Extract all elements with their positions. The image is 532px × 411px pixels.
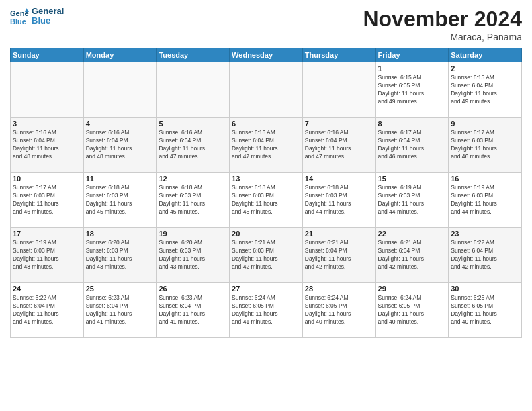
day-number: 9 (451, 120, 519, 128)
calendar-cell: 24Sunrise: 6:22 AM Sunset: 6:04 PM Dayli… (11, 283, 84, 338)
day-info: Sunrise: 6:20 AM Sunset: 6:03 PM Dayligh… (86, 239, 154, 271)
day-number: 22 (378, 230, 447, 238)
week-row-2: 3Sunrise: 6:16 AM Sunset: 6:04 PM Daylig… (11, 118, 522, 173)
day-number: 20 (232, 230, 300, 238)
day-info: Sunrise: 6:15 AM Sunset: 6:05 PM Dayligh… (378, 74, 447, 106)
calendar-cell: 14Sunrise: 6:18 AM Sunset: 6:03 PM Dayli… (302, 173, 375, 228)
logo-line2: Blue (32, 16, 64, 26)
day-info: Sunrise: 6:24 AM Sunset: 6:05 PM Dayligh… (378, 294, 447, 326)
day-number: 15 (378, 175, 447, 183)
day-number: 18 (86, 230, 154, 238)
day-info: Sunrise: 6:16 AM Sunset: 6:04 PM Dayligh… (232, 129, 300, 161)
calendar-cell (11, 62, 84, 118)
day-info: Sunrise: 6:19 AM Sunset: 6:03 PM Dayligh… (451, 184, 519, 216)
day-number: 30 (451, 285, 519, 293)
calendar-cell: 6Sunrise: 6:16 AM Sunset: 6:04 PM Daylig… (230, 118, 303, 173)
day-info: Sunrise: 6:20 AM Sunset: 6:03 PM Dayligh… (159, 239, 227, 271)
day-info: Sunrise: 6:23 AM Sunset: 6:04 PM Dayligh… (86, 294, 154, 326)
day-info: Sunrise: 6:17 AM Sunset: 6:04 PM Dayligh… (378, 129, 447, 161)
calendar-cell: 22Sunrise: 6:21 AM Sunset: 6:04 PM Dayli… (375, 228, 449, 283)
calendar-cell: 1Sunrise: 6:15 AM Sunset: 6:05 PM Daylig… (375, 62, 449, 118)
day-info: Sunrise: 6:24 AM Sunset: 6:05 PM Dayligh… (232, 294, 300, 326)
calendar-cell: 3Sunrise: 6:16 AM Sunset: 6:04 PM Daylig… (11, 118, 84, 173)
calendar-cell (157, 62, 230, 118)
day-info: Sunrise: 6:18 AM Sunset: 6:03 PM Dayligh… (159, 184, 227, 216)
header: General Blue General Blue November 2024 … (10, 7, 522, 42)
calendar-cell: 13Sunrise: 6:18 AM Sunset: 6:03 PM Dayli… (230, 173, 303, 228)
calendar-cell: 17Sunrise: 6:19 AM Sunset: 6:03 PM Dayli… (11, 228, 84, 283)
week-row-1: 1Sunrise: 6:15 AM Sunset: 6:05 PM Daylig… (11, 62, 522, 118)
calendar-cell: 7Sunrise: 6:16 AM Sunset: 6:04 PM Daylig… (302, 118, 375, 173)
day-info: Sunrise: 6:18 AM Sunset: 6:03 PM Dayligh… (232, 184, 300, 216)
logo: General Blue General Blue (10, 7, 64, 26)
day-info: Sunrise: 6:17 AM Sunset: 6:03 PM Dayligh… (451, 129, 519, 161)
calendar-table: SundayMondayTuesdayWednesdayThursdayFrid… (10, 48, 522, 338)
calendar-cell: 15Sunrise: 6:19 AM Sunset: 6:03 PM Dayli… (375, 173, 449, 228)
calendar-cell: 19Sunrise: 6:20 AM Sunset: 6:03 PM Dayli… (157, 228, 230, 283)
calendar-cell: 29Sunrise: 6:24 AM Sunset: 6:05 PM Dayli… (375, 283, 449, 338)
day-number: 8 (378, 120, 447, 128)
day-number: 24 (13, 285, 81, 293)
day-info: Sunrise: 6:19 AM Sunset: 6:03 PM Dayligh… (13, 239, 81, 271)
calendar-cell: 10Sunrise: 6:17 AM Sunset: 6:03 PM Dayli… (11, 173, 84, 228)
calendar-cell: 2Sunrise: 6:15 AM Sunset: 6:04 PM Daylig… (449, 62, 522, 118)
col-header-saturday: Saturday (449, 48, 522, 62)
day-number: 6 (232, 120, 300, 128)
day-number: 19 (159, 230, 227, 238)
calendar-cell (302, 62, 375, 118)
day-number: 2 (451, 64, 519, 73)
day-number: 10 (13, 175, 81, 183)
calendar-cell: 16Sunrise: 6:19 AM Sunset: 6:03 PM Dayli… (449, 173, 522, 228)
location: Maraca, Panama (363, 32, 522, 42)
calendar-cell: 9Sunrise: 6:17 AM Sunset: 6:03 PM Daylig… (449, 118, 522, 173)
calendar-cell: 26Sunrise: 6:23 AM Sunset: 6:04 PM Dayli… (157, 283, 230, 338)
day-info: Sunrise: 6:24 AM Sunset: 6:05 PM Dayligh… (305, 294, 373, 326)
calendar-cell (83, 62, 157, 118)
day-info: Sunrise: 6:23 AM Sunset: 6:04 PM Dayligh… (159, 294, 227, 326)
day-number: 12 (159, 175, 227, 183)
day-info: Sunrise: 6:16 AM Sunset: 6:04 PM Dayligh… (86, 129, 154, 161)
day-number: 29 (378, 285, 447, 293)
day-number: 17 (13, 230, 81, 238)
calendar-cell: 12Sunrise: 6:18 AM Sunset: 6:03 PM Dayli… (157, 173, 230, 228)
day-number: 3 (13, 120, 81, 128)
col-header-friday: Friday (375, 48, 449, 62)
day-number: 27 (232, 285, 300, 293)
logo-icon: General Blue (10, 7, 29, 26)
day-info: Sunrise: 6:19 AM Sunset: 6:03 PM Dayligh… (378, 184, 447, 216)
day-number: 28 (305, 285, 373, 293)
day-info: Sunrise: 6:17 AM Sunset: 6:03 PM Dayligh… (13, 184, 81, 216)
day-info: Sunrise: 6:15 AM Sunset: 6:04 PM Dayligh… (451, 74, 519, 106)
day-info: Sunrise: 6:18 AM Sunset: 6:03 PM Dayligh… (305, 184, 373, 216)
day-info: Sunrise: 6:18 AM Sunset: 6:03 PM Dayligh… (86, 184, 154, 216)
col-header-sunday: Sunday (11, 48, 84, 62)
calendar-cell: 27Sunrise: 6:24 AM Sunset: 6:05 PM Dayli… (230, 283, 303, 338)
day-number: 21 (305, 230, 373, 238)
calendar-cell: 11Sunrise: 6:18 AM Sunset: 6:03 PM Dayli… (83, 173, 157, 228)
calendar-cell: 30Sunrise: 6:25 AM Sunset: 6:05 PM Dayli… (449, 283, 522, 338)
day-info: Sunrise: 6:21 AM Sunset: 6:04 PM Dayligh… (305, 239, 373, 271)
svg-text:Blue: Blue (10, 17, 26, 26)
day-number: 23 (451, 230, 519, 238)
day-number: 25 (86, 285, 154, 293)
day-info: Sunrise: 6:16 AM Sunset: 6:04 PM Dayligh… (305, 129, 373, 161)
day-number: 5 (159, 120, 227, 128)
calendar-cell: 25Sunrise: 6:23 AM Sunset: 6:04 PM Dayli… (83, 283, 157, 338)
month-title: November 2024 (363, 7, 522, 32)
day-number: 7 (305, 120, 373, 128)
day-info: Sunrise: 6:21 AM Sunset: 6:04 PM Dayligh… (378, 239, 447, 271)
calendar-cell: 20Sunrise: 6:21 AM Sunset: 6:03 PM Dayli… (230, 228, 303, 283)
col-header-monday: Monday (83, 48, 157, 62)
calendar-cell: 18Sunrise: 6:20 AM Sunset: 6:03 PM Dayli… (83, 228, 157, 283)
logo-line1: General (32, 7, 64, 16)
day-info: Sunrise: 6:16 AM Sunset: 6:04 PM Dayligh… (13, 129, 81, 161)
day-number: 11 (86, 175, 154, 183)
day-info: Sunrise: 6:22 AM Sunset: 6:04 PM Dayligh… (13, 294, 81, 326)
day-number: 14 (305, 175, 373, 183)
calendar-cell: 28Sunrise: 6:24 AM Sunset: 6:05 PM Dayli… (302, 283, 375, 338)
day-number: 13 (232, 175, 300, 183)
week-row-3: 10Sunrise: 6:17 AM Sunset: 6:03 PM Dayli… (11, 173, 522, 228)
day-info: Sunrise: 6:22 AM Sunset: 6:04 PM Dayligh… (451, 239, 519, 271)
day-number: 26 (159, 285, 227, 293)
header-row: SundayMondayTuesdayWednesdayThursdayFrid… (11, 48, 522, 62)
